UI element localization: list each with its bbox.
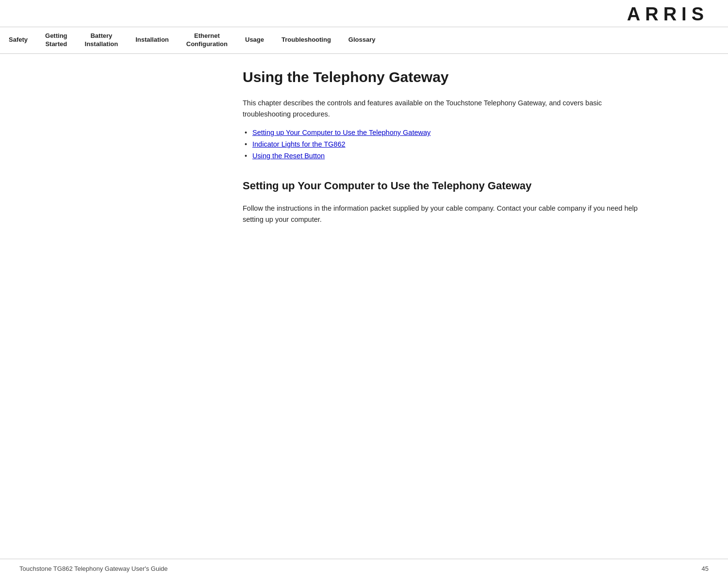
- toc-link-reset-button[interactable]: Using the Reset Button: [252, 152, 325, 160]
- navigation-bar: Safety Getting Started Battery Installat…: [0, 27, 728, 54]
- page-title: Using the Telephony Gateway: [243, 68, 699, 86]
- content-area: Using the Telephony Gateway This chapter…: [223, 54, 728, 564]
- footer-left-text: Touchstone TG862 Telephony Gateway User'…: [19, 565, 168, 572]
- main-layout: Using the Telephony Gateway This chapter…: [0, 54, 728, 564]
- toc-item-setting-up[interactable]: Setting up Your Computer to Use the Tele…: [252, 129, 699, 136]
- arris-logo: ARRIS: [627, 4, 709, 25]
- nav-item-usage[interactable]: Usage: [236, 27, 273, 53]
- toc-item-reset-button[interactable]: Using the Reset Button: [252, 152, 699, 160]
- footer: Touchstone TG862 Telephony Gateway User'…: [0, 559, 728, 572]
- nav-item-getting-started[interactable]: Getting Started: [36, 27, 76, 53]
- nav-item-glossary[interactable]: Glossary: [340, 27, 384, 53]
- toc-link-indicator-lights[interactable]: Indicator Lights for the TG862: [252, 140, 346, 148]
- intro-text: This chapter describes the controls and …: [243, 98, 641, 120]
- toc-item-indicator-lights[interactable]: Indicator Lights for the TG862: [252, 140, 699, 148]
- sidebar: [0, 54, 223, 564]
- section1-title: Setting up Your Computer to Use the Tele…: [243, 179, 641, 193]
- toc-list: Setting up Your Computer to Use the Tele…: [243, 129, 699, 160]
- nav-item-installation[interactable]: Installation: [127, 27, 178, 53]
- nav-item-battery-installation[interactable]: Battery Installation: [76, 27, 127, 53]
- nav-item-ethernet-configuration[interactable]: Ethernet Configuration: [178, 27, 236, 53]
- footer-page-number: 45: [702, 565, 709, 572]
- logo-bar: ARRIS: [0, 0, 728, 27]
- nav-item-troubleshooting[interactable]: Troubleshooting: [273, 27, 340, 53]
- section1-text: Follow the instructions in the informati…: [243, 203, 641, 225]
- toc-link-setting-up[interactable]: Setting up Your Computer to Use the Tele…: [252, 129, 430, 136]
- nav-item-safety[interactable]: Safety: [0, 27, 36, 53]
